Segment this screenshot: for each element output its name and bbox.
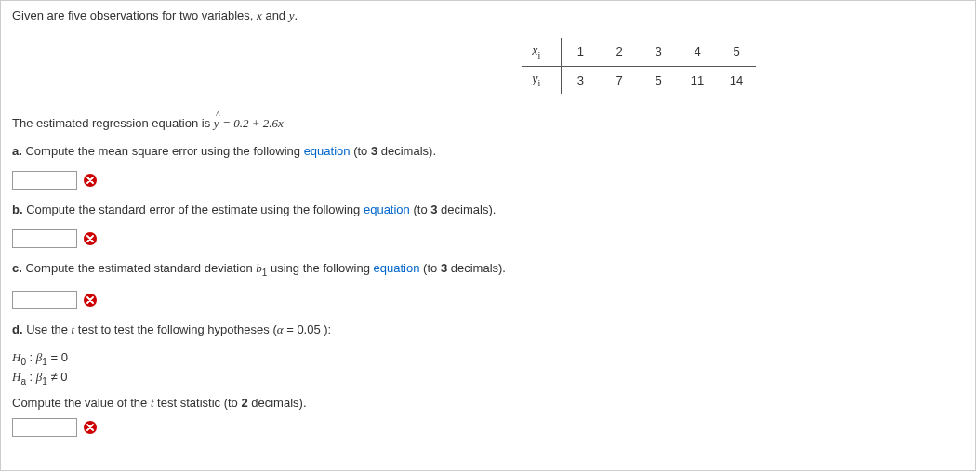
y-hat: y: [214, 116, 219, 131]
x-cell: 3: [639, 38, 678, 66]
y-cell: 5: [639, 66, 678, 94]
input-row-d: [12, 418, 964, 437]
part-c: c. Compute the estimated standard deviat…: [12, 261, 964, 278]
equation-link-c[interactable]: equation: [374, 261, 420, 275]
part-b-text: Compute the standard error of the estima…: [23, 203, 364, 216]
part-b-label: b.: [12, 203, 23, 216]
part-a: a. Compute the mean square error using t…: [12, 144, 964, 158]
answer-input-b[interactable]: [12, 229, 77, 248]
part-b-suffix: (to 3 decimals).: [410, 203, 497, 216]
part-d: d. Use the t test to test the following …: [12, 322, 964, 337]
part-c-text: Compute the estimated standard deviation…: [22, 261, 374, 275]
part-d-label: d.: [12, 322, 23, 336]
y-cell: 11: [678, 66, 717, 94]
regression-line: The estimated regression equation is y =…: [12, 116, 964, 131]
part-a-label: a.: [12, 144, 22, 158]
equation-link-a[interactable]: equation: [304, 144, 351, 158]
part-a-text: Compute the mean square error using the …: [22, 144, 304, 158]
x-cell: 5: [717, 38, 756, 66]
hypothesis-ha: Ha : β1 ≠ 0: [12, 370, 964, 386]
part-c-label: c.: [12, 261, 22, 275]
part-b: b. Compute the standard error of the est…: [12, 203, 964, 216]
answer-input-a[interactable]: [12, 171, 77, 190]
incorrect-icon: [83, 420, 98, 435]
input-row-a: [12, 171, 964, 190]
question-container: Given are five observations for two vari…: [0, 0, 976, 471]
regression-eq: = 0.2 + 2.6x: [222, 116, 284, 130]
x-cell: 1: [561, 38, 600, 66]
part-c-suffix: (to 3 decimals).: [419, 261, 506, 275]
answer-input-d[interactable]: [12, 418, 77, 437]
y-cell: 7: [600, 66, 639, 94]
x-cell: 2: [600, 38, 639, 66]
part-d-text: Use the t test to test the following hyp…: [23, 322, 332, 336]
regression-prefix: The estimated regression equation is: [12, 116, 214, 130]
input-row-b: [12, 229, 964, 248]
part-d-compute: Compute the value of the t test statisti…: [12, 396, 964, 411]
data-table-wrap: xi 1 2 3 4 5 yi 3 7 5 11 14: [522, 38, 756, 94]
incorrect-icon: [83, 293, 98, 307]
y-cell: 3: [561, 66, 600, 94]
x-header: xi: [522, 38, 561, 66]
y-header: yi: [522, 66, 561, 94]
y-cell: 14: [717, 66, 756, 94]
table-row: xi 1 2 3 4 5: [522, 38, 756, 66]
data-table: xi 1 2 3 4 5 yi 3 7 5 11 14: [522, 38, 756, 94]
input-row-c: [12, 291, 964, 309]
part-a-suffix: (to 3 decimals).: [351, 144, 437, 158]
equation-link-b[interactable]: equation: [364, 203, 410, 216]
x-cell: 4: [678, 38, 717, 66]
answer-input-c[interactable]: [12, 291, 77, 309]
incorrect-icon: [83, 173, 98, 188]
incorrect-icon: [83, 231, 98, 246]
intro-text: Given are five observations for two vari…: [12, 8, 964, 23]
table-row: yi 3 7 5 11 14: [522, 66, 756, 94]
hypothesis-h0: H0 : β1 = 0: [12, 350, 964, 367]
